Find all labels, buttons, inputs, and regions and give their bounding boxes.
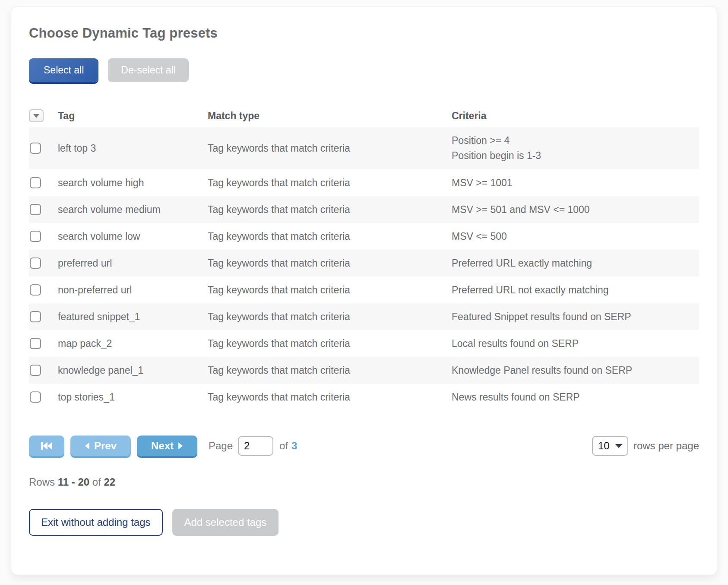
match-type-cell: Tag keywords that match criteria [208, 143, 452, 154]
choose-dynamic-tag-presets-dialog: Choose Dynamic Tag presets Select all De… [11, 6, 717, 575]
criteria-line: Position >= 4 [452, 133, 699, 148]
tag-cell: search volume medium [58, 204, 208, 216]
table-row: search volume low Tag keywords that matc… [29, 223, 699, 250]
page-label: Page [209, 440, 233, 452]
criteria-cell: Knowledge Panel results found on SERP [452, 365, 699, 376]
table-row: preferred url Tag keywords that match cr… [29, 250, 699, 277]
match-type-cell: Tag keywords that match criteria [208, 204, 452, 216]
row-checkbox[interactable] [30, 143, 41, 154]
column-header-match-type: Match type [208, 110, 452, 122]
row-checkbox[interactable] [30, 177, 41, 188]
chevron-down-icon [33, 114, 39, 118]
criteria-cell: MSV >= 501 and MSV <= 1000 [452, 204, 699, 216]
row-checkbox[interactable] [30, 231, 41, 242]
criteria-cell: Featured Snippet results found on SERP [452, 311, 699, 323]
next-label: Next [151, 440, 174, 452]
table-row: featured snippet_1 Tag keywords that mat… [29, 303, 699, 330]
tag-cell: search volume high [58, 177, 208, 189]
table-row: search volume medium Tag keywords that m… [29, 196, 699, 223]
tag-cell: map pack_2 [58, 338, 208, 350]
match-type-cell: Tag keywords that match criteria [208, 391, 452, 403]
criteria-cell: Position >= 4 Position begin is 1-3 [452, 133, 699, 163]
pagination-bar: Prev Next Page of 3 10 rows per page [29, 436, 699, 456]
tag-cell: preferred url [58, 258, 208, 269]
match-type-cell: Tag keywords that match criteria [208, 311, 452, 323]
next-page-button[interactable]: Next [137, 436, 197, 456]
row-checkbox[interactable] [30, 204, 41, 215]
row-checkbox[interactable] [30, 284, 41, 296]
row-checkbox[interactable] [30, 365, 41, 376]
criteria-line: Position begin is 1-3 [452, 148, 699, 163]
selection-actions: Select all De-select all [29, 58, 699, 82]
tag-presets-table: Tag Match type Criteria left top 3 Tag k… [29, 105, 699, 410]
match-type-cell: Tag keywords that match criteria [208, 258, 452, 269]
tag-cell: knowledge panel_1 [58, 365, 208, 376]
select-all-button[interactable]: Select all [29, 58, 98, 82]
arrow-left-icon [85, 442, 90, 450]
criteria-cell: MSV <= 500 [452, 231, 699, 242]
table-row: non-preferred url Tag keywords that matc… [29, 277, 699, 303]
tag-cell: featured snippet_1 [58, 311, 208, 323]
rows-per-page-value: 10 [598, 440, 610, 452]
total-pages: 3 [291, 440, 297, 452]
criteria-cell: Preferred URL exactly matching [452, 258, 699, 269]
table-row: search volume high Tag keywords that mat… [29, 169, 699, 196]
chevron-down-icon [615, 444, 622, 448]
of-label: of [279, 440, 288, 452]
tag-cell: non-preferred url [58, 284, 208, 296]
skip-to-first-page-icon [40, 441, 53, 451]
tag-cell: top stories_1 [58, 391, 208, 403]
match-type-cell: Tag keywords that match criteria [208, 231, 452, 242]
match-type-cell: Tag keywords that match criteria [208, 284, 452, 296]
table-header-row: Tag Match type Criteria [29, 105, 699, 127]
table-row: knowledge panel_1 Tag keywords that matc… [29, 357, 699, 384]
select-rows-dropdown[interactable] [29, 109, 44, 122]
add-selected-tags-button[interactable]: Add selected tags [172, 509, 279, 536]
criteria-cell: News results found on SERP [452, 391, 699, 403]
rows-label: Rows [29, 476, 55, 488]
row-checkbox[interactable] [30, 391, 41, 403]
page-title: Choose Dynamic Tag presets [29, 25, 699, 41]
arrow-right-icon [178, 442, 183, 450]
match-type-cell: Tag keywords that match criteria [208, 177, 452, 189]
rows-per-page-select[interactable]: 10 [592, 436, 628, 456]
footer-actions: Exit without adding tags Add selected ta… [29, 509, 699, 536]
tag-cell: left top 3 [58, 143, 208, 154]
row-checkbox[interactable] [30, 311, 41, 322]
match-type-cell: Tag keywords that match criteria [208, 365, 452, 376]
prev-label: Prev [94, 440, 117, 452]
criteria-cell: Local results found on SERP [452, 338, 699, 350]
row-checkbox[interactable] [30, 338, 41, 349]
deselect-all-button[interactable]: De-select all [108, 58, 189, 82]
criteria-cell: MSV >= 1001 [452, 177, 699, 189]
rows-per-page-label: rows per page [633, 440, 699, 452]
page-number-input[interactable] [238, 436, 273, 456]
criteria-cell: Preferred URL not exactly matching [452, 284, 699, 296]
table-row: top stories_1 Tag keywords that match cr… [29, 384, 699, 410]
table-row: left top 3 Tag keywords that match crite… [29, 127, 699, 169]
rows-range: 11 - 20 [58, 476, 89, 488]
column-header-criteria: Criteria [452, 110, 699, 122]
match-type-cell: Tag keywords that match criteria [208, 338, 452, 350]
table-row: map pack_2 Tag keywords that match crite… [29, 330, 699, 357]
row-checkbox[interactable] [30, 258, 41, 269]
rows-of-label: of [92, 476, 101, 488]
prev-page-button[interactable]: Prev [70, 436, 131, 456]
first-page-button[interactable] [29, 436, 64, 456]
rows-total: 22 [104, 476, 115, 488]
column-header-tag: Tag [58, 110, 208, 122]
exit-without-adding-tags-button[interactable]: Exit without adding tags [29, 509, 163, 536]
tag-cell: search volume low [58, 231, 208, 242]
rows-summary: Rows 11 - 20 of 22 [29, 476, 699, 488]
table-body: left top 3 Tag keywords that match crite… [29, 127, 699, 410]
